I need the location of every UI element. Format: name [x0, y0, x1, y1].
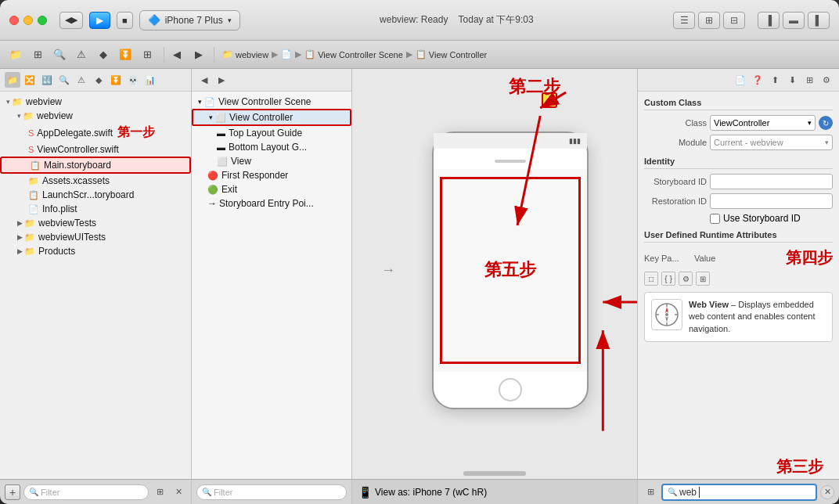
- step1-annotation: 第一步: [117, 124, 155, 141]
- outline-exit[interactable]: 🟢 Exit: [192, 182, 351, 196]
- layout-icon: ▬: [217, 128, 225, 138]
- storyboard-id-label: Storyboard ID: [644, 177, 707, 186]
- chevron-icon: ▶: [17, 233, 23, 241]
- left-filter-field[interactable]: 🔍 Filter: [23, 484, 149, 500]
- breadcrumb-vc[interactable]: 📋 View Controller: [416, 49, 487, 59]
- attributes-inspector-btn[interactable]: ⬇: [784, 72, 800, 88]
- breadcrumb-vc-scene[interactable]: 📋 View Controller Scene: [304, 49, 403, 59]
- maximize-button[interactable]: [38, 16, 47, 25]
- module-select[interactable]: Current - webview ▾: [710, 135, 833, 150]
- bottom-right-panel: ⊞ 🔍 web 第三步 ✕: [637, 479, 839, 504]
- tree-item-viewcontroller[interactable]: S ViewController.swift: [0, 142, 191, 157]
- tree-item-assets[interactable]: 📁 Assets.xcassets: [0, 174, 191, 188]
- tree-item-appdelegate[interactable]: S AppDelegate.swift 第一步: [0, 123, 191, 142]
- next-btn[interactable]: ▶: [189, 45, 208, 64]
- back-forward-btn[interactable]: ◀▶: [59, 12, 83, 29]
- bottom-grid-btn[interactable]: ⊞: [643, 484, 658, 500]
- size-inspector-btn[interactable]: ⊞: [801, 72, 817, 88]
- scheme-selector[interactable]: 🔷 iPhone 7 Plus ▾: [139, 10, 240, 31]
- view-icon: ⬜: [217, 157, 228, 167]
- tree-item-webview[interactable]: ▾ 📁 webview: [0, 109, 191, 123]
- source-control-btn[interactable]: 🔀: [22, 72, 38, 88]
- outline-forward-btn[interactable]: ▶: [214, 72, 229, 88]
- prev-btn[interactable]: ◀: [167, 45, 186, 64]
- report-navigator-btn[interactable]: 📊: [142, 72, 158, 88]
- webview-description: Web View – Displays embedded web content…: [689, 299, 826, 335]
- close-button[interactable]: [9, 16, 19, 25]
- tree-item-label: Main.storyboard: [44, 160, 111, 171]
- object-search-field[interactable]: 🔍 web 第三步: [661, 484, 817, 501]
- table-btn[interactable]: ⊞: [696, 272, 710, 286]
- outline-view[interactable]: ⬜ View: [192, 154, 351, 168]
- outline-vc-scene[interactable]: ▾ 📄 View Controller Scene: [192, 95, 351, 109]
- editor-assistant-btn[interactable]: ⊞: [698, 12, 720, 29]
- tree-item-infoplist[interactable]: 📄 Info.plist: [0, 202, 191, 216]
- breadcrumb-sep-3: ▶: [406, 49, 412, 59]
- breakpoint-navigator-btn[interactable]: 💀: [125, 72, 141, 88]
- bottom-mid-panel: 🔍 Filter: [192, 479, 352, 504]
- hide-left-panel-btn[interactable]: ▐: [758, 12, 780, 29]
- outline-first-responder[interactable]: 🔴 First Responder: [192, 168, 351, 182]
- debug-btn[interactable]: ⏬: [116, 45, 135, 64]
- dict-btn[interactable]: { }: [661, 272, 675, 286]
- grid-view-btn[interactable]: ⊞: [28, 45, 47, 64]
- stop-button[interactable]: ■: [117, 12, 133, 29]
- mid-filter-field[interactable]: 🔍 Filter: [196, 484, 347, 500]
- tree-item-launchscreen[interactable]: 📋 LaunchScr...toryboard: [0, 188, 191, 202]
- tree-item-root[interactable]: ▾ 📁 webview: [0, 95, 191, 109]
- restoration-id-input[interactable]: [710, 193, 833, 209]
- scrollbar[interactable]: [463, 471, 526, 476]
- use-storyboard-checkbox[interactable]: [710, 214, 720, 224]
- file-inspector-btn[interactable]: 📄: [733, 72, 748, 88]
- find-navigator-btn[interactable]: 🔍: [56, 72, 72, 88]
- search-btn[interactable]: 🔍: [50, 45, 69, 64]
- outline-vc[interactable]: ▾ ⬜ View Controller: [192, 109, 351, 126]
- gear-btn[interactable]: ⚙: [679, 272, 693, 286]
- issue-navigator-btn[interactable]: ⚠: [74, 72, 89, 88]
- connections-inspector-btn[interactable]: ⚙: [819, 72, 834, 88]
- run-button[interactable]: ▶: [89, 12, 110, 29]
- filter-btn[interactable]: ⊞: [138, 45, 157, 64]
- hide-bottom-panel-btn[interactable]: ▬: [783, 12, 805, 29]
- layout-icon: ▬: [217, 142, 225, 152]
- main-content: 📁 🔀 🔣 🔍 ⚠ ◆ ⏬ 💀 📊 ▾ 📁 webview: [0, 69, 839, 479]
- chevron-down-icon: ▾: [808, 119, 812, 127]
- tree-item-products[interactable]: ▶ 📁 Products: [0, 244, 191, 258]
- filter-close-btn[interactable]: ✕: [171, 484, 186, 500]
- debug-navigator-btn[interactable]: ⏬: [108, 72, 124, 88]
- breadcrumb-project[interactable]: 📁 webview: [222, 49, 268, 59]
- main-window: ◀▶ ▶ ■ 🔷 iPhone 7 Plus ▾ webview: Ready …: [0, 0, 839, 504]
- add-button[interactable]: +: [5, 484, 20, 500]
- clear-search-btn[interactable]: ✕: [820, 485, 834, 499]
- class-sync-btn[interactable]: ↻: [819, 116, 833, 130]
- folder-icon: 📁: [12, 97, 23, 107]
- breadcrumb-vc-scene-label: View Controller Scene: [318, 50, 403, 59]
- filter-options-btn[interactable]: ⊞: [152, 484, 167, 500]
- hide-right-panel-btn[interactable]: ▌: [808, 12, 830, 29]
- storyboard-id-input[interactable]: [710, 174, 833, 189]
- minimize-button[interactable]: [23, 16, 33, 25]
- help-inspector-btn[interactable]: ❓: [750, 72, 765, 88]
- webview-rect-overlay: [440, 177, 581, 364]
- editor-version-btn[interactable]: ⊟: [723, 12, 745, 29]
- breakpoint-btn[interactable]: ◆: [94, 45, 113, 64]
- outline-entry-point[interactable]: → Storyboard Entry Poi...: [192, 196, 351, 211]
- file-navigator-btn[interactable]: 📁: [5, 72, 20, 88]
- add-attr-btn[interactable]: □: [644, 272, 658, 286]
- identity-inspector-btn[interactable]: ⬆: [767, 72, 783, 88]
- warning-btn[interactable]: ⚠: [72, 45, 91, 64]
- tree-item-tests[interactable]: ▶ 📁 webviewTests: [0, 216, 191, 230]
- swift-icon: S: [28, 145, 34, 154]
- folder-icon-btn[interactable]: 📁: [6, 45, 25, 64]
- test-navigator-btn[interactable]: ◆: [91, 72, 106, 88]
- plist-icon: 📄: [28, 204, 39, 214]
- tree-item-main-storyboard[interactable]: 📋 Main.storyboard: [0, 157, 191, 174]
- outline-bottom-layout[interactable]: ▬ Bottom Layout G...: [192, 140, 351, 154]
- editor-standard-btn[interactable]: ☰: [673, 12, 695, 29]
- outline-back-btn[interactable]: ◀: [196, 72, 212, 88]
- outline-top-layout[interactable]: ▬ Top Layout Guide: [192, 126, 351, 140]
- class-select[interactable]: ViewController ▾: [710, 115, 816, 131]
- symbol-navigator-btn[interactable]: 🔣: [39, 72, 55, 88]
- tree-item-uitests[interactable]: ▶ 📁 webviewUITests: [0, 230, 191, 244]
- breadcrumb-storyboard[interactable]: 📄: [281, 49, 292, 59]
